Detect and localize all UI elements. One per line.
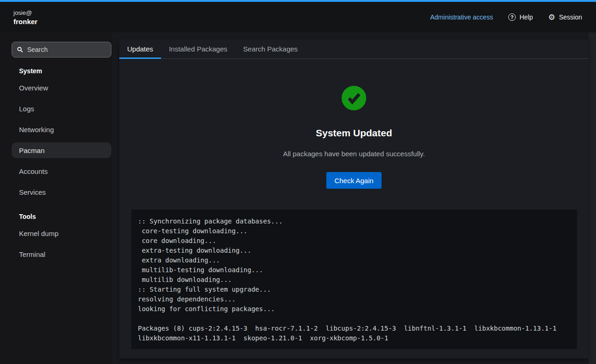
session-label: Session — [559, 13, 582, 21]
nav-group-system: System Overview Logs Networking Pacman A… — [12, 67, 111, 200]
sidebar: System Overview Logs Networking Pacman A… — [0, 32, 112, 364]
question-circle-icon: ? — [508, 13, 516, 21]
host-switcher[interactable]: josie@ fronker — [13, 9, 38, 26]
status-title: System Updated — [119, 128, 589, 139]
search-input[interactable] — [27, 46, 106, 53]
main-area: Updates Installed Packages Search Packag… — [112, 32, 596, 364]
status-subtitle: All packages have been updated successfu… — [119, 150, 589, 158]
tab-installed-packages[interactable]: Installed Packages — [161, 39, 235, 58]
sidebar-item-kernel-dump[interactable]: Kernel dump — [12, 225, 111, 241]
gear-icon: ⚙ — [548, 13, 555, 21]
pacman-terminal-output: :: Synchronizing package databases... co… — [138, 217, 570, 343]
masthead-toolbar: Administrative access ? Help ⚙ Session — [430, 13, 582, 21]
vertical-scrollbar[interactable] — [589, 32, 596, 364]
pacman-output-box: :: Synchronizing package databases... co… — [131, 210, 577, 349]
sidebar-item-services[interactable]: Services — [12, 184, 111, 200]
administrative-access-button[interactable]: Administrative access — [430, 13, 493, 21]
search-icon — [17, 46, 23, 53]
sidebar-item-networking[interactable]: Networking — [12, 121, 111, 137]
sidebar-search[interactable] — [12, 42, 111, 57]
sidebar-item-overview[interactable]: Overview — [12, 80, 111, 96]
top-accent-bar — [0, 0, 596, 2]
pacman-page-card: Updates Installed Packages Search Packag… — [119, 39, 589, 358]
logged-in-user: josie@ — [13, 9, 38, 16]
sidebar-item-accounts[interactable]: Accounts — [12, 163, 111, 179]
success-check-icon — [342, 86, 366, 110]
update-status-panel: System Updated All packages have been up… — [119, 59, 589, 189]
tab-bar: Updates Installed Packages Search Packag… — [119, 39, 589, 59]
sidebar-item-pacman[interactable]: Pacman — [12, 142, 111, 158]
tab-search-packages[interactable]: Search Packages — [235, 39, 306, 58]
nav-group-tools: Tools Kernel dump Terminal — [12, 213, 111, 262]
sidebar-item-logs[interactable]: Logs — [12, 101, 111, 116]
sidebar-item-terminal[interactable]: Terminal — [12, 246, 111, 262]
help-button[interactable]: ? Help — [508, 13, 533, 21]
help-label: Help — [519, 13, 533, 21]
masthead: josie@ fronker Administrative access ? H… — [0, 0, 596, 32]
check-glyph — [347, 92, 361, 104]
tab-updates[interactable]: Updates — [119, 39, 161, 58]
nav-heading-system: System — [12, 67, 111, 75]
check-again-button[interactable]: Check Again — [326, 172, 381, 189]
session-button[interactable]: ⚙ Session — [548, 13, 582, 21]
hostname: fronker — [13, 18, 38, 26]
nav-heading-tools: Tools — [12, 213, 111, 220]
